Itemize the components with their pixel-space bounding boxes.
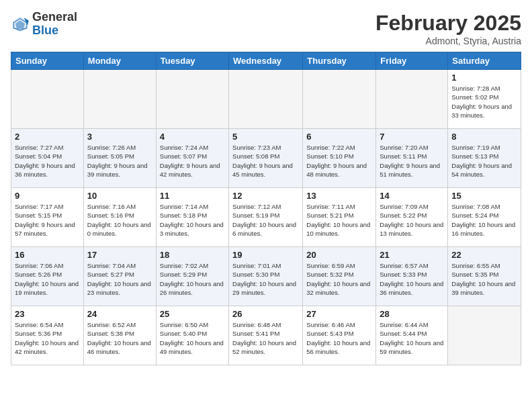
day-info: Sunrise: 7:02 AM Sunset: 5:29 PM Dayligh… <box>160 261 225 297</box>
col-sunday: Sunday <box>11 52 84 70</box>
title-block: February 2025 Admont, Styria, Austria <box>375 11 521 46</box>
day-info: Sunrise: 6:44 AM Sunset: 5:44 PM Dayligh… <box>380 320 444 356</box>
day-info: Sunrise: 6:50 AM Sunset: 5:40 PM Dayligh… <box>160 320 225 356</box>
calendar-cell: 1Sunrise: 7:28 AM Sunset: 5:02 PM Daylig… <box>448 70 521 129</box>
calendar-cell: 16Sunrise: 7:06 AM Sunset: 5:26 PM Dayli… <box>11 247 84 306</box>
col-friday: Friday <box>376 52 448 70</box>
calendar-cell: 23Sunrise: 6:54 AM Sunset: 5:36 PM Dayli… <box>11 306 84 365</box>
calendar-row-0: 1Sunrise: 7:28 AM Sunset: 5:02 PM Daylig… <box>11 70 521 129</box>
day-number: 26 <box>232 309 299 319</box>
day-number: 13 <box>306 191 372 201</box>
calendar-cell: 27Sunrise: 6:46 AM Sunset: 5:43 PM Dayli… <box>303 306 376 365</box>
header: General Blue February 2025 Admont, Styri… <box>11 11 521 46</box>
day-info: Sunrise: 7:23 AM Sunset: 5:08 PM Dayligh… <box>232 143 299 179</box>
day-number: 18 <box>160 250 225 260</box>
logo-blue-text: Blue <box>32 24 77 38</box>
day-number: 1 <box>451 73 517 83</box>
col-wednesday: Wednesday <box>229 52 303 70</box>
calendar-cell: 3Sunrise: 7:26 AM Sunset: 5:05 PM Daylig… <box>83 129 156 188</box>
calendar-cell <box>448 306 521 365</box>
logo-general-text: General <box>32 11 77 24</box>
day-number: 25 <box>160 309 225 319</box>
day-info: Sunrise: 7:06 AM Sunset: 5:26 PM Dayligh… <box>15 261 80 297</box>
calendar-row-2: 9Sunrise: 7:17 AM Sunset: 5:15 PM Daylig… <box>11 188 521 247</box>
day-number: 4 <box>160 132 225 142</box>
day-info: Sunrise: 6:57 AM Sunset: 5:33 PM Dayligh… <box>380 261 444 297</box>
calendar-cell: 4Sunrise: 7:24 AM Sunset: 5:07 PM Daylig… <box>156 129 228 188</box>
logo: General Blue <box>11 11 77 38</box>
calendar-cell: 14Sunrise: 7:09 AM Sunset: 5:22 PM Dayli… <box>376 188 448 247</box>
day-info: Sunrise: 7:08 AM Sunset: 5:24 PM Dayligh… <box>451 202 517 238</box>
calendar-cell: 9Sunrise: 7:17 AM Sunset: 5:15 PM Daylig… <box>11 188 84 247</box>
day-number: 23 <box>15 309 80 319</box>
col-thursday: Thursday <box>303 52 376 70</box>
calendar-cell: 26Sunrise: 6:48 AM Sunset: 5:41 PM Dayli… <box>229 306 303 365</box>
day-number: 8 <box>451 132 517 142</box>
calendar-row-1: 2Sunrise: 7:27 AM Sunset: 5:04 PM Daylig… <box>11 129 521 188</box>
day-info: Sunrise: 7:20 AM Sunset: 5:11 PM Dayligh… <box>380 143 444 179</box>
col-monday: Monday <box>83 52 156 70</box>
day-number: 7 <box>380 132 444 142</box>
calendar-cell: 17Sunrise: 7:04 AM Sunset: 5:27 PM Dayli… <box>83 247 156 306</box>
calendar-cell: 22Sunrise: 6:55 AM Sunset: 5:35 PM Dayli… <box>448 247 521 306</box>
day-info: Sunrise: 7:12 AM Sunset: 5:19 PM Dayligh… <box>232 202 299 238</box>
logo-text: General Blue <box>32 11 77 38</box>
calendar-cell: 18Sunrise: 7:02 AM Sunset: 5:29 PM Dayli… <box>156 247 228 306</box>
calendar-table: Sunday Monday Tuesday Wednesday Thursday… <box>11 52 521 365</box>
calendar-cell <box>376 70 448 129</box>
calendar-cell: 21Sunrise: 6:57 AM Sunset: 5:33 PM Dayli… <box>376 247 448 306</box>
calendar-cell: 6Sunrise: 7:22 AM Sunset: 5:10 PM Daylig… <box>303 129 376 188</box>
day-number: 16 <box>15 250 80 260</box>
day-number: 10 <box>87 191 152 201</box>
day-info: Sunrise: 7:11 AM Sunset: 5:21 PM Dayligh… <box>306 202 372 238</box>
calendar-cell: 7Sunrise: 7:20 AM Sunset: 5:11 PM Daylig… <box>376 129 448 188</box>
day-info: Sunrise: 7:04 AM Sunset: 5:27 PM Dayligh… <box>87 261 152 297</box>
day-number: 28 <box>380 309 444 319</box>
day-info: Sunrise: 7:22 AM Sunset: 5:10 PM Dayligh… <box>306 143 372 179</box>
calendar-cell: 2Sunrise: 7:27 AM Sunset: 5:04 PM Daylig… <box>11 129 84 188</box>
day-number: 19 <box>232 250 299 260</box>
day-number: 3 <box>87 132 152 142</box>
day-number: 20 <box>306 250 372 260</box>
day-number: 21 <box>380 250 444 260</box>
day-info: Sunrise: 6:52 AM Sunset: 5:38 PM Dayligh… <box>87 320 152 356</box>
day-info: Sunrise: 6:48 AM Sunset: 5:41 PM Dayligh… <box>232 320 299 356</box>
calendar-header-row: Sunday Monday Tuesday Wednesday Thursday… <box>11 52 521 70</box>
calendar-cell: 28Sunrise: 6:44 AM Sunset: 5:44 PM Dayli… <box>376 306 448 365</box>
calendar-cell: 10Sunrise: 7:16 AM Sunset: 5:16 PM Dayli… <box>83 188 156 247</box>
page: General Blue February 2025 Admont, Styri… <box>0 0 532 372</box>
day-info: Sunrise: 7:28 AM Sunset: 5:02 PM Dayligh… <box>451 84 517 120</box>
calendar-cell <box>303 70 376 129</box>
day-info: Sunrise: 7:27 AM Sunset: 5:04 PM Dayligh… <box>15 143 80 179</box>
day-number: 9 <box>15 191 80 201</box>
day-number: 6 <box>306 132 372 142</box>
location: Admont, Styria, Austria <box>375 36 521 46</box>
day-info: Sunrise: 7:24 AM Sunset: 5:07 PM Dayligh… <box>160 143 225 179</box>
calendar-cell: 13Sunrise: 7:11 AM Sunset: 5:21 PM Dayli… <box>303 188 376 247</box>
calendar-cell: 19Sunrise: 7:01 AM Sunset: 5:30 PM Dayli… <box>229 247 303 306</box>
day-number: 24 <box>87 309 152 319</box>
day-number: 11 <box>160 191 225 201</box>
logo-icon <box>11 15 30 34</box>
day-info: Sunrise: 7:14 AM Sunset: 5:18 PM Dayligh… <box>160 202 225 238</box>
calendar-row-3: 16Sunrise: 7:06 AM Sunset: 5:26 PM Dayli… <box>11 247 521 306</box>
day-info: Sunrise: 7:16 AM Sunset: 5:16 PM Dayligh… <box>87 202 152 238</box>
day-info: Sunrise: 6:55 AM Sunset: 5:35 PM Dayligh… <box>451 261 517 297</box>
calendar-row-4: 23Sunrise: 6:54 AM Sunset: 5:36 PM Dayli… <box>11 306 521 365</box>
day-number: 22 <box>451 250 517 260</box>
calendar-cell: 20Sunrise: 6:59 AM Sunset: 5:32 PM Dayli… <box>303 247 376 306</box>
day-number: 27 <box>306 309 372 319</box>
col-saturday: Saturday <box>448 52 521 70</box>
calendar-cell: 11Sunrise: 7:14 AM Sunset: 5:18 PM Dayli… <box>156 188 228 247</box>
calendar-cell <box>156 70 228 129</box>
day-number: 2 <box>15 132 80 142</box>
calendar-cell: 15Sunrise: 7:08 AM Sunset: 5:24 PM Dayli… <box>448 188 521 247</box>
month-year: February 2025 <box>375 11 521 36</box>
day-info: Sunrise: 7:19 AM Sunset: 5:13 PM Dayligh… <box>451 143 517 179</box>
calendar-cell: 8Sunrise: 7:19 AM Sunset: 5:13 PM Daylig… <box>448 129 521 188</box>
calendar-cell: 5Sunrise: 7:23 AM Sunset: 5:08 PM Daylig… <box>229 129 303 188</box>
calendar-cell <box>11 70 84 129</box>
day-number: 15 <box>451 191 517 201</box>
day-info: Sunrise: 6:46 AM Sunset: 5:43 PM Dayligh… <box>306 320 372 356</box>
day-number: 5 <box>232 132 299 142</box>
